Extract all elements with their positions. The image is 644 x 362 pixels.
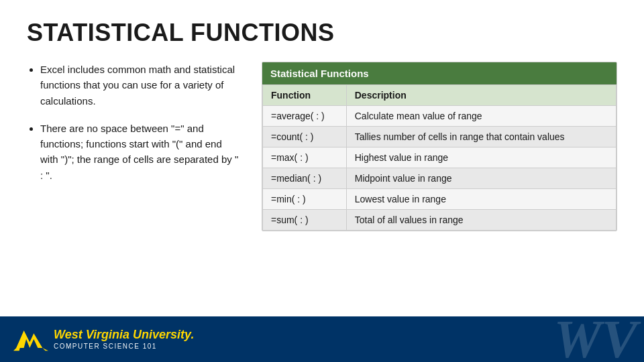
cell-function: =min( : ) xyxy=(263,189,347,210)
bullet-list: Excel includes common math and statistic… xyxy=(27,62,241,183)
cell-function: =sum( : ) xyxy=(263,210,347,231)
table-section-header: Statistical Functions xyxy=(262,62,616,84)
wvu-text: West Virginia University. COMPUTER SCIEN… xyxy=(54,328,194,351)
list-item: Excel includes common math and statistic… xyxy=(40,62,241,109)
footer-decoration: WV xyxy=(443,316,644,362)
cell-function: =median( : ) xyxy=(263,168,347,189)
table-header-row: Function Description xyxy=(263,85,616,106)
table-container: Statistical Functions Function Descripti… xyxy=(262,62,617,231)
wvu-flying-wv-icon xyxy=(13,324,48,354)
table-row: =sum( : )Total of all values in range xyxy=(263,210,616,231)
cell-description: Highest value in range xyxy=(346,147,616,168)
col-description: Description xyxy=(346,85,616,106)
table-row: =median( : )Midpoint value in range xyxy=(263,168,616,189)
cell-function: =count( : ) xyxy=(263,127,347,147)
cell-description: Calculate mean value of range xyxy=(346,106,616,127)
left-panel: Excel includes common math and statistic… xyxy=(27,62,241,231)
wv-watermark: WV xyxy=(554,312,638,362)
right-panel: Statistical Functions Function Descripti… xyxy=(262,62,617,231)
cell-description: Midpoint value in range xyxy=(346,168,616,189)
wvu-logo: West Virginia University. COMPUTER SCIEN… xyxy=(13,324,194,354)
table-row: =max( : )Highest value in range xyxy=(263,147,616,168)
course-subtitle: COMPUTER SCIENCE 101 xyxy=(54,343,194,350)
col-function: Function xyxy=(263,85,347,106)
table-row: =min( : )Lowest value in range xyxy=(263,189,616,210)
slide: STATISTICAL FUNCTIONS Excel includes com… xyxy=(0,0,644,362)
functions-table: Function Description =average( : )Calcul… xyxy=(262,84,616,231)
list-item: There are no space between "=" and funct… xyxy=(40,121,241,183)
university-name: West Virginia University. xyxy=(54,328,194,342)
cell-description: Tallies number of cells in range that co… xyxy=(346,127,616,147)
page-title: STATISTICAL FUNCTIONS xyxy=(0,0,644,59)
cell-function: =max( : ) xyxy=(263,147,347,168)
table-row: =average( : )Calculate mean value of ran… xyxy=(263,106,616,127)
content-area: Excel includes common math and statistic… xyxy=(0,62,644,231)
svg-marker-2 xyxy=(42,348,48,351)
table-row: =count( : )Tallies number of cells in ra… xyxy=(263,127,616,147)
cell-function: =average( : ) xyxy=(263,106,347,127)
cell-description: Total of all values in range xyxy=(346,210,616,231)
footer: West Virginia University. COMPUTER SCIEN… xyxy=(0,316,644,362)
cell-description: Lowest value in range xyxy=(346,189,616,210)
